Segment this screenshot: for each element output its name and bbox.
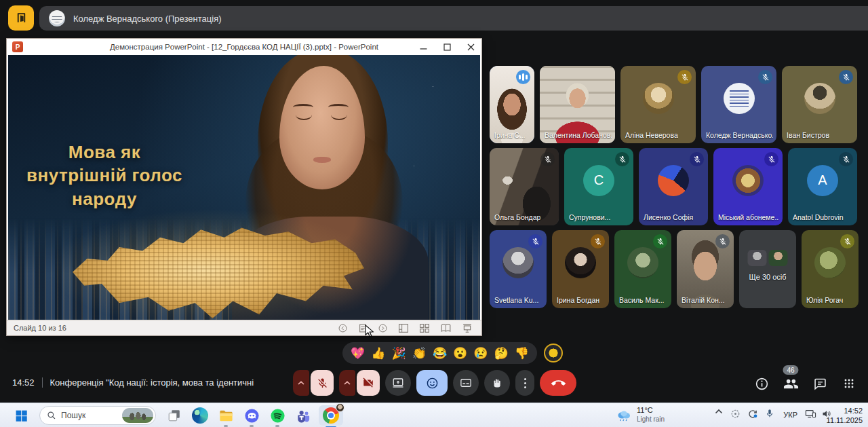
participant-tile[interactable]: Міський абонеме...: [713, 148, 783, 225]
audio-speaking-indicator: [516, 70, 530, 84]
participant-avatar: [814, 247, 846, 278]
more-options-button[interactable]: [515, 370, 534, 396]
participant-tile[interactable]: Ольга Бондар: [490, 148, 559, 225]
participant-tile[interactable]: Аліна Неверова: [620, 66, 696, 143]
activities-grid-icon[interactable]: [841, 375, 857, 392]
minimize-icon[interactable]: [420, 43, 427, 51]
participant-tile[interactable]: Ірина Богдан: [552, 230, 609, 308]
participant-avatar: [502, 247, 534, 278]
hidden-icons-chevron[interactable]: [715, 409, 723, 414]
camera-off-button[interactable]: [357, 370, 380, 396]
slideshow-icon[interactable]: [462, 324, 472, 333]
participant-avatar: [565, 247, 596, 278]
participant-name: Супрунови...: [569, 213, 610, 221]
participant-tile[interactable]: Юлія Рогач: [802, 230, 859, 308]
camera-options-chevron[interactable]: [339, 370, 355, 396]
discord-icon[interactable]: [243, 407, 260, 424]
chrome-profile-avatar: [336, 403, 344, 412]
teams-icon[interactable]: [294, 407, 312, 424]
prev-slide-icon[interactable]: [338, 324, 347, 333]
participant-tile[interactable]: Іван Бистров: [782, 66, 857, 143]
call-controls: [293, 370, 576, 396]
participant-tile[interactable]: Лисенко Софія: [639, 148, 708, 225]
participants-grid: Ірина С...Валентина Лобанов...Аліна Неве…: [490, 66, 860, 313]
search-icon: [47, 411, 56, 420]
reaction-emoji-3[interactable]: 🎉: [391, 348, 406, 359]
maximize-icon[interactable]: [443, 43, 451, 51]
spotify-icon[interactable]: [269, 407, 286, 424]
participant-avatar: [627, 247, 658, 278]
mic-muted-button[interactable]: [311, 370, 334, 396]
present-screen-button[interactable]: [385, 370, 411, 396]
taskbar-clock[interactable]: 14:52 11.11.2025: [827, 407, 863, 426]
skin-tone-selector-icon[interactable]: [544, 344, 563, 363]
participant-tile[interactable]: Ірина С...: [490, 66, 534, 143]
next-slide-icon[interactable]: [378, 324, 387, 333]
tray-microphone-icon[interactable]: [765, 409, 774, 418]
chrome-icon[interactable]: [319, 405, 343, 426]
tray-app-icon[interactable]: [730, 409, 741, 419]
participant-tile[interactable]: Ще 30 осіб: [739, 230, 796, 308]
end-call-button[interactable]: [540, 370, 576, 396]
meeting-panels: 46: [753, 375, 857, 392]
reaction-emoji-6[interactable]: 😮: [453, 348, 467, 359]
weather-widget[interactable]: 11°CLight rain: [616, 406, 697, 424]
slide-lips: [313, 157, 331, 163]
reading-view-icon[interactable]: [441, 324, 451, 333]
participants-row: Ольга БондарCСупрунови...Лисенко СофіяМі…: [490, 148, 860, 225]
slide-sorter-icon[interactable]: [420, 324, 429, 333]
reaction-emoji-4[interactable]: 👏: [412, 348, 427, 359]
network-display-icon[interactable]: [805, 409, 816, 419]
search-input[interactable]: Пошук: [39, 406, 156, 425]
mic-muted-icon: [690, 152, 704, 166]
participant-name: Ще 30 осіб: [749, 273, 786, 281]
participant-tile[interactable]: Валентина Лобанов...: [540, 66, 615, 143]
presenter-avatar: [49, 10, 65, 26]
powerpoint-titlebar[interactable]: P Демонстрация PowerPoint - [12_Гордєєва…: [7, 39, 481, 55]
presentation-tab[interactable]: Коледж Вернадського (Презентація): [39, 6, 868, 31]
reaction-emoji-2[interactable]: 👍: [371, 348, 385, 359]
mic-muted-icon: [591, 234, 605, 248]
participant-tile[interactable]: AAnatol Dubrovin: [788, 148, 857, 225]
mic-muted-icon: [677, 70, 692, 84]
close-icon[interactable]: [467, 43, 475, 51]
powerpoint-statusbar: Слайд 10 из 16: [7, 320, 481, 335]
file-explorer-icon[interactable]: [217, 407, 235, 424]
language-indicator[interactable]: УКР: [783, 411, 797, 419]
weather-condition: Light rain: [637, 415, 665, 424]
weather-cloud-icon: [616, 408, 632, 422]
participant-tile[interactable]: Svetlana Ku...: [490, 230, 547, 308]
meet-app-chip[interactable]: [8, 5, 34, 31]
mic-muted-icon: [839, 70, 853, 84]
sync-icon[interactable]: [747, 409, 758, 420]
participant-tile[interactable]: CСупрунови...: [564, 148, 633, 225]
normal-view-icon[interactable]: [399, 324, 408, 333]
reactions-button[interactable]: [416, 370, 448, 396]
info-icon[interactable]: [753, 375, 770, 392]
mic-options-chevron[interactable]: [293, 370, 309, 396]
participant-tile[interactable]: Віталій Кон...: [677, 230, 734, 308]
chat-icon[interactable]: [812, 375, 828, 392]
participant-tile[interactable]: Василь Мак...: [614, 230, 671, 308]
participant-avatar: C: [583, 165, 614, 196]
edge-icon[interactable]: [191, 407, 209, 424]
clock-date: 11.11.2025: [827, 416, 863, 426]
reaction-emoji-8[interactable]: 🤔: [494, 348, 509, 359]
participant-tile[interactable]: Коледж Вернадсько...: [701, 66, 776, 143]
door-icon: [15, 12, 28, 24]
reaction-emoji-9[interactable]: 👎: [515, 348, 529, 359]
reaction-emoji-1[interactable]: 💖: [351, 348, 365, 359]
slide-eyebrow: [293, 104, 313, 111]
captions-button[interactable]: [453, 370, 479, 396]
meeting-info: 14:52 Конференція "Код нації: історія, м…: [12, 377, 254, 388]
mic-muted-icon: [839, 152, 853, 166]
reaction-emoji-5[interactable]: 😂: [433, 348, 447, 359]
mic-muted-icon: [764, 152, 778, 166]
start-button[interactable]: [12, 407, 30, 424]
task-view-icon[interactable]: [165, 407, 183, 424]
raise-hand-button[interactable]: [484, 370, 510, 396]
reaction-emoji-7[interactable]: 😢: [473, 348, 488, 359]
search-daily-image[interactable]: [122, 408, 153, 423]
people-icon[interactable]: 46: [783, 375, 799, 392]
participant-avatar: [724, 83, 755, 114]
